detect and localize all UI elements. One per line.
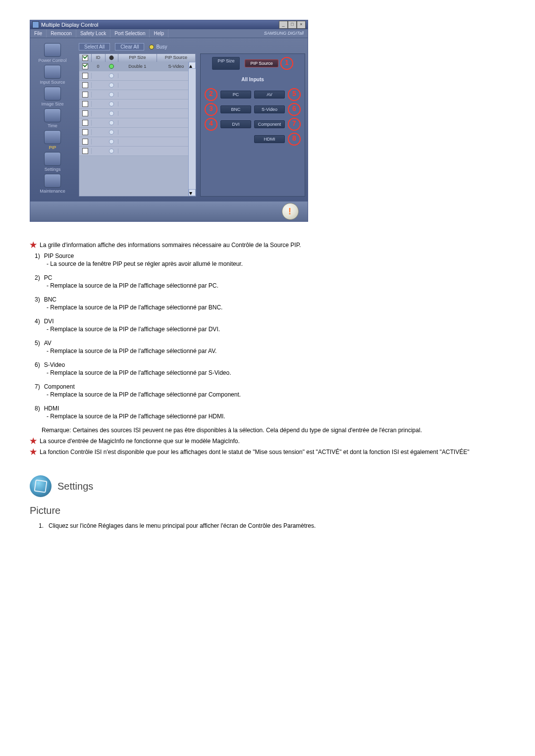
svideo-button[interactable]: S-Video bbox=[254, 105, 285, 113]
time-icon bbox=[44, 108, 61, 122]
sidebar-item-time[interactable]: Time bbox=[33, 108, 72, 128]
bnc-button[interactable]: BNC bbox=[220, 105, 251, 113]
col-pip-size: PIP Size bbox=[118, 54, 157, 62]
menu-safety-lock[interactable]: Safety Lock bbox=[76, 29, 110, 38]
table-scrollbar[interactable]: ▴ ▾ bbox=[188, 62, 196, 196]
picture-title: Picture bbox=[30, 505, 495, 516]
scroll-up-button[interactable]: ▴ bbox=[189, 62, 196, 69]
component-button[interactable]: Component bbox=[254, 120, 285, 128]
annotation-5: 5 bbox=[288, 88, 301, 101]
menu-port-selection[interactable]: Port Selection bbox=[110, 29, 150, 38]
table-row[interactable]: 0 Double 1 S-Video bbox=[79, 62, 196, 71]
maximize-button[interactable]: □ bbox=[288, 21, 297, 29]
list-item: 5)AV- Remplace la source de la PIP de l'… bbox=[35, 340, 495, 354]
list-item: 1)PIP Source- La source de la fenêtre PI… bbox=[35, 252, 495, 267]
sidebar: Power Control Input Source Image Size Ti… bbox=[30, 38, 75, 202]
table-row[interactable] bbox=[79, 118, 196, 128]
annotation-3: 3 bbox=[205, 103, 217, 116]
sidebar-item-pip[interactable]: PIP bbox=[33, 130, 72, 150]
app-icon bbox=[32, 21, 39, 28]
pip-icon bbox=[44, 130, 61, 144]
select-all-button[interactable]: Select All bbox=[79, 43, 110, 50]
header-checkbox[interactable] bbox=[82, 55, 88, 61]
close-button[interactable]: × bbox=[297, 21, 306, 29]
sidebar-item-power-control[interactable]: Power Control bbox=[33, 43, 72, 63]
table-row[interactable] bbox=[79, 81, 196, 90]
table-row[interactable] bbox=[79, 100, 196, 109]
picture-step-1: 1. Cliquez sur l'icône Réglages dans le … bbox=[39, 522, 495, 529]
list-item: 7)Component- Remplace la source de la PI… bbox=[35, 383, 495, 398]
menu-help[interactable]: Help bbox=[150, 29, 168, 38]
dvi-button[interactable]: DVI bbox=[220, 120, 251, 128]
annotation-4: 4 bbox=[205, 118, 217, 131]
image-size-icon bbox=[44, 87, 61, 101]
clear-all-button[interactable]: Clear All bbox=[115, 43, 144, 50]
settings-section-icon bbox=[30, 475, 52, 497]
menu-remocon[interactable]: Remocon bbox=[47, 29, 76, 38]
intro-text: La grille d'information affiche des info… bbox=[40, 242, 495, 249]
scroll-down-button[interactable]: ▾ bbox=[189, 189, 196, 196]
app-window: Multiple Display Control _ □ × File Remo… bbox=[30, 20, 308, 222]
settings-icon bbox=[44, 152, 61, 166]
pip-size-tab[interactable]: PIP Size bbox=[212, 57, 240, 70]
pip-source-tab[interactable]: PIP Source bbox=[245, 59, 278, 67]
pc-button[interactable]: PC bbox=[220, 91, 251, 99]
pip-source-panel: PIP Size PIP Source 1 All Inputs 2 PC bbox=[200, 53, 305, 197]
titlebar: Multiple Display Control _ □ × bbox=[30, 20, 308, 29]
menu-file[interactable]: File bbox=[30, 29, 47, 38]
list-item: 4)DVI- Remplace la source de la PIP de l… bbox=[35, 318, 495, 333]
row-checkbox[interactable] bbox=[82, 63, 88, 69]
list-item: 3)BNC- Remplace la source de la PIP de l… bbox=[35, 296, 495, 311]
star-icon: ★ bbox=[30, 242, 37, 249]
annotation-2: 2 bbox=[205, 88, 217, 101]
table-row[interactable] bbox=[79, 137, 196, 147]
remark-text: Remarque: Certaines des sources ISI peuv… bbox=[42, 427, 495, 434]
all-inputs-label: All Inputs bbox=[205, 77, 301, 82]
power-icon bbox=[44, 43, 61, 57]
star-icon: ★ bbox=[30, 449, 37, 455]
minimize-button[interactable]: _ bbox=[279, 21, 288, 29]
note-2: La fonction Contrôle ISI n'est disponibl… bbox=[40, 449, 495, 455]
alert-icon bbox=[282, 203, 299, 220]
star-icon: ★ bbox=[30, 438, 37, 445]
toolbar: Select All Clear All Busy bbox=[79, 43, 305, 50]
col-status: ⬤ bbox=[106, 54, 118, 62]
window-title: Multiple Display Control bbox=[41, 22, 99, 28]
table-row[interactable] bbox=[79, 128, 196, 137]
section-title: Settings bbox=[57, 481, 93, 492]
hdmi-button[interactable]: HDMI bbox=[254, 135, 285, 143]
busy-dot-icon bbox=[149, 45, 154, 50]
brand-label: SAMSUNG DIGITall bbox=[260, 29, 308, 38]
annotation-1: 1 bbox=[280, 57, 293, 70]
sidebar-item-maintenance[interactable]: Maintenance bbox=[33, 174, 72, 194]
numbered-list: 1)PIP Source- La source de la fenêtre PI… bbox=[30, 252, 495, 420]
note-1: La source d'entrée de MagicInfo ne fonct… bbox=[40, 438, 495, 445]
status-on-icon bbox=[109, 64, 114, 69]
col-pip-source: PIP Source bbox=[157, 54, 196, 62]
table-row[interactable] bbox=[79, 90, 196, 100]
sidebar-item-image-size[interactable]: Image Size bbox=[33, 87, 72, 106]
input-source-icon bbox=[44, 65, 61, 79]
list-item: 6)S-Video- Remplace la source de la PIP … bbox=[35, 361, 495, 376]
mdc-screenshot: Multiple Display Control _ □ × File Remo… bbox=[30, 20, 307, 222]
annotation-7: 7 bbox=[288, 118, 301, 131]
annotation-8: 8 bbox=[288, 133, 301, 146]
display-table: ID ⬤ PIP Size PIP Source 0 Double 1 bbox=[79, 53, 196, 197]
col-id: ID bbox=[92, 54, 106, 62]
table-row[interactable] bbox=[79, 71, 196, 81]
list-item: 8)HDMI- Remplace la source de la PIP de … bbox=[35, 405, 495, 420]
annotation-6: 6 bbox=[288, 103, 301, 116]
av-button[interactable]: AV bbox=[254, 91, 285, 99]
list-item: 2)PC- Remplace la source de la PIP de l'… bbox=[35, 274, 495, 289]
busy-indicator: Busy bbox=[149, 44, 167, 50]
table-row[interactable] bbox=[79, 147, 196, 156]
maintenance-icon bbox=[44, 174, 61, 188]
table-row[interactable] bbox=[79, 109, 196, 118]
status-bar bbox=[30, 202, 308, 221]
sidebar-item-input-source[interactable]: Input Source bbox=[33, 65, 72, 85]
menubar: File Remocon Safety Lock Port Selection … bbox=[30, 29, 308, 38]
sidebar-item-settings[interactable]: Settings bbox=[33, 152, 72, 172]
